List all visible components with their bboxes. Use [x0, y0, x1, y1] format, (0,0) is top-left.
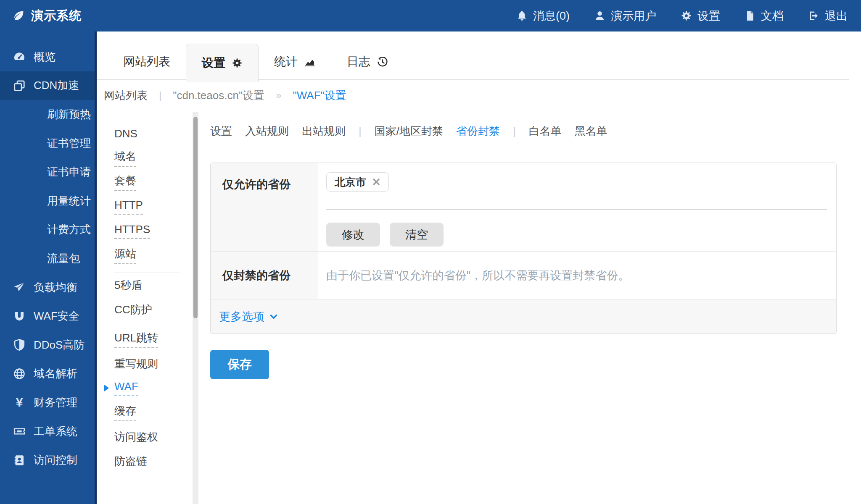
settings-nav-http[interactable]: HTTP [97, 194, 193, 219]
messages-label: 消息(0) [533, 8, 570, 24]
more-options-link[interactable]: 更多选项 [219, 309, 278, 324]
docs-menu-item[interactable]: 文档 [745, 8, 784, 24]
main-panel: DNS 域名 套餐 HTTP HTTPS 源站 5秒盾 CC防护 URL跳转 重… [97, 111, 861, 504]
bell-icon [516, 10, 528, 21]
breadcrumb-site-settings[interactable]: "cdn.teaos.cn"设置 [173, 88, 264, 103]
app-logo: 演示系统 [0, 8, 82, 24]
waf-subnav-settings[interactable]: 设置 [210, 124, 232, 139]
sidebar-item-purge[interactable]: 刷新预热 [0, 100, 95, 129]
top-bar: 演示系统 消息(0) 演示用户 设置 文档 [0, 0, 861, 32]
sidebar-item-cert-manage[interactable]: 证书管理 [0, 129, 95, 158]
sidebar-item-dns-resolve[interactable]: 域名解析 [0, 360, 95, 388]
sidebar-item-overview[interactable]: 概览 [0, 42, 95, 71]
sidebar-label: 证书管理 [47, 136, 91, 151]
sidebar-label: 流量包 [47, 251, 80, 266]
waf-subnav-country-block[interactable]: 国家/地区封禁 [375, 124, 443, 139]
tab-site-list[interactable]: 网站列表 [108, 44, 186, 79]
sidebar-item-ddos[interactable]: DDoS高防 [0, 331, 95, 360]
sidebar-label: CDN加速 [34, 78, 79, 93]
waf-subnav-outbound[interactable]: 出站规则 [302, 124, 346, 139]
settings-label: 设置 [697, 8, 720, 24]
sidebar-item-cert-apply[interactable]: 证书申请 [0, 158, 95, 186]
settings-nav-url-redirect[interactable]: URL跳转 [97, 327, 193, 352]
settings-nav-plan[interactable]: 套餐 [97, 170, 193, 194]
province-actions: 修改 清空 [326, 223, 827, 247]
sidebar-item-waf[interactable]: WAF安全 [0, 302, 95, 331]
sidebar-item-traffic-pack[interactable]: 流量包 [0, 244, 95, 273]
settings-nav-waf[interactable]: WAF [97, 376, 193, 400]
magnet-icon [13, 310, 26, 323]
sidebar-label: 概览 [34, 50, 55, 64]
sidebar-label: 证书申请 [47, 165, 91, 179]
settings-nav-origin[interactable]: 源站 [97, 243, 193, 268]
sidebar-label: 用量统计 [47, 194, 91, 208]
sidebar-item-access-control[interactable]: 访问控制 [0, 446, 95, 475]
settings-nav-hotlink[interactable]: 防盗链 [97, 449, 193, 473]
sidebar-label: 财务管理 [34, 395, 77, 410]
sidebar-item-tickets[interactable]: 工单系统 [0, 417, 95, 446]
sidebar-item-cdn[interactable]: CDN加速 [0, 71, 95, 100]
sidebar-label: 访问控制 [34, 453, 77, 467]
user-label: 演示用户 [611, 8, 656, 24]
settings-nav-5s-shield[interactable]: 5秒盾 [97, 273, 193, 297]
waf-settings-pane: 设置 入站规则 出站规则 | 国家/地区封禁 省份封禁 | 白名单 黑名单 仅允… [210, 111, 837, 504]
settings-nav-dns[interactable]: DNS [97, 121, 193, 146]
gear-icon [681, 10, 692, 21]
clear-button[interactable]: 清空 [390, 223, 444, 247]
user-icon [594, 10, 605, 21]
waf-subnav-province-block[interactable]: 省份封禁 [456, 124, 500, 139]
save-button[interactable]: 保存 [210, 350, 269, 379]
gauge-icon [13, 50, 26, 63]
waf-subnav-inbound[interactable]: 入站规则 [245, 124, 289, 139]
scrollbar-thumb[interactable] [193, 117, 198, 318]
sidebar-label: 工单系统 [34, 424, 77, 439]
sidebar-item-finance[interactable]: ¥ 财务管理 [0, 388, 95, 417]
waf-subnav-whitelist[interactable]: 白名单 [529, 124, 562, 139]
document-icon [745, 10, 755, 21]
chevron-down-icon [269, 312, 278, 321]
tab-stats[interactable]: 统计 [259, 44, 331, 79]
settings-menu-item[interactable]: 设置 [681, 8, 720, 24]
active-arrow-icon [104, 385, 109, 391]
tab-label: 日志 [347, 54, 370, 70]
tab-logs[interactable]: 日志 [331, 44, 404, 79]
banned-provinces-row: 仅封禁的省份 由于你已设置"仅允许的省份"，所以不需要再设置封禁省份。 [211, 251, 836, 299]
sidebar-label: 刷新预热 [47, 107, 91, 122]
settings-nav-cache[interactable]: 缓存 [97, 400, 193, 425]
docs-label: 文档 [761, 8, 784, 24]
user-menu-item[interactable]: 演示用户 [594, 8, 656, 24]
tab-label: 网站列表 [123, 54, 170, 70]
sidebar-item-usage-stats[interactable]: 用量统计 [0, 186, 95, 215]
copy-icon [13, 79, 26, 92]
allowed-provinces-row: 仅允许的省份 北京市 修改 清空 [211, 163, 836, 251]
settings-nav-domain[interactable]: 域名 [97, 146, 193, 170]
brand-title: 演示系统 [31, 8, 82, 24]
settings-nav-https[interactable]: HTTPS [97, 219, 193, 243]
main-sidebar: 概览 CDN加速 刷新预热 证书管理 证书申请 用量统计 计费方式 流量包 负载… [0, 32, 97, 504]
province-block-form: 仅允许的省份 北京市 修改 清空 [210, 163, 837, 334]
settings-nav-cc-protect[interactable]: CC防护 [97, 297, 193, 322]
province-input[interactable] [326, 209, 827, 210]
settings-nav-scrollbar[interactable] [193, 112, 198, 504]
sidebar-label: 域名解析 [34, 366, 77, 381]
messages-menu-item[interactable]: 消息(0) [516, 8, 570, 24]
breadcrumb-site-list[interactable]: 网站列表 [104, 88, 148, 103]
topbar-menu: 消息(0) 演示用户 设置 文档 退出 [492, 8, 861, 24]
paper-plane-icon [13, 281, 26, 294]
logout-menu-item[interactable]: 退出 [808, 8, 848, 24]
tab-label: 统计 [274, 54, 298, 70]
sidebar-label: DDoS高防 [34, 338, 85, 352]
allowed-provinces-label: 仅允许的省份 [211, 163, 317, 251]
sidebar-item-billing[interactable]: 计费方式 [0, 215, 95, 244]
province-tag-label: 北京市 [335, 175, 366, 189]
settings-nav-rewrite[interactable]: 重写规则 [97, 352, 193, 376]
settings-nav-auth[interactable]: 访问鉴权 [97, 425, 193, 449]
tab-settings[interactable]: 设置 [186, 44, 259, 82]
sidebar-item-load-balance[interactable]: 负载均衡 [0, 273, 95, 302]
modify-button[interactable]: 修改 [326, 223, 380, 247]
waf-subnav-blacklist[interactable]: 黑名单 [575, 124, 607, 139]
tag-close-icon[interactable] [372, 178, 380, 186]
more-options-row: 更多选项 [211, 299, 836, 333]
tab-label: 设置 [202, 55, 225, 71]
breadcrumb-waf-settings[interactable]: "WAF"设置 [293, 88, 346, 103]
